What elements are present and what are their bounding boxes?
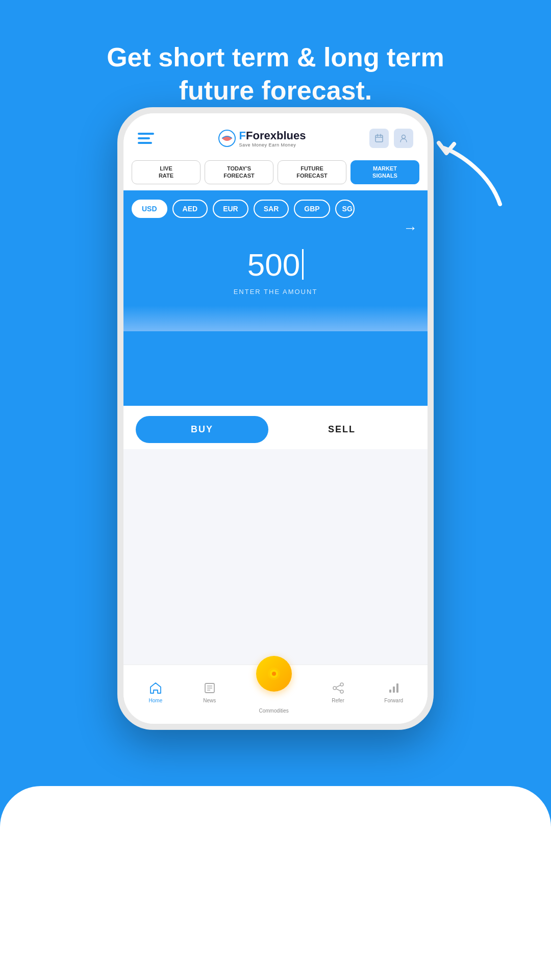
logo-tagline: Save Money Earn Money: [239, 142, 306, 148]
nav-commodities[interactable]: Commodities: [256, 656, 292, 699]
svg-rect-19: [393, 687, 395, 693]
nav-forward-label: Forward: [384, 698, 403, 703]
svg-point-5: [402, 135, 405, 139]
header-icons: [369, 129, 413, 148]
headline: Get short term & long term future foreca…: [0, 41, 551, 107]
logo: FForexblues Save Money Earn Money: [218, 129, 306, 148]
app-header: FForexblues Save Money Earn Money: [123, 113, 428, 156]
nav-news-label: News: [203, 698, 216, 703]
calendar-icon[interactable]: [369, 129, 389, 148]
currency-eur[interactable]: EUR: [213, 200, 248, 218]
nav-refer-label: Refer: [332, 698, 344, 703]
svg-rect-1: [375, 135, 383, 142]
nav-commodities-label: Commodities: [259, 708, 288, 714]
user-icon[interactable]: [394, 129, 413, 148]
tab-todays-forecast[interactable]: TODAY'SFORECAST: [205, 160, 273, 184]
logo-name: FForexblues: [239, 129, 306, 142]
content-area: [123, 449, 428, 665]
scroll-right-arrow[interactable]: →: [403, 220, 417, 236]
currency-sg[interactable]: SG: [335, 200, 355, 218]
currency-aed[interactable]: AED: [172, 200, 208, 218]
currency-gbp[interactable]: GBP: [294, 200, 330, 218]
bottom-nav: Home News: [123, 665, 428, 724]
svg-point-15: [340, 690, 343, 693]
amount-label: ENTER THE AMOUNT: [123, 288, 428, 306]
gradient-fade: [123, 306, 428, 331]
nav-refer[interactable]: Refer: [331, 680, 346, 703]
phone-mockup: FForexblues Save Money Earn Money: [117, 107, 434, 730]
tabs-row: LIVERATE TODAY'SFORECAST FUTUREFORECAST …: [123, 156, 428, 190]
amount-number: 500: [247, 247, 300, 283]
svg-rect-20: [396, 683, 398, 693]
cursor-line: [302, 249, 304, 280]
background-white: [0, 786, 551, 980]
svg-line-17: [336, 689, 340, 691]
svg-point-14: [333, 687, 336, 690]
svg-point-13: [340, 683, 343, 686]
nav-forward[interactable]: Forward: [384, 680, 403, 703]
headline-line1: Get short term & long term: [107, 42, 444, 72]
buy-sell-row: BUY SELL: [123, 406, 428, 449]
tab-market-signals[interactable]: MARKETSIGNALS: [350, 160, 419, 184]
amount-display: 500: [123, 236, 428, 288]
nav-home-label: Home: [149, 698, 163, 703]
svg-rect-18: [389, 690, 391, 693]
buy-button[interactable]: BUY: [136, 416, 268, 443]
currency-usd[interactable]: USD: [132, 200, 167, 218]
nav-news[interactable]: News: [202, 680, 217, 703]
nav-commodities-circle: [256, 656, 292, 692]
svg-point-12: [272, 672, 276, 676]
hamburger-menu[interactable]: [138, 133, 154, 144]
tab-live-rate[interactable]: LIVERATE: [132, 160, 201, 184]
tab-future-forecast[interactable]: FUTUREFORECAST: [278, 160, 346, 184]
headline-line2: future forecast.: [179, 76, 372, 105]
sell-button[interactable]: SELL: [268, 424, 415, 435]
currency-pills: USD AED EUR SAR GBP SG: [123, 190, 428, 224]
svg-line-16: [336, 685, 340, 688]
amount-value: 500: [134, 247, 417, 283]
currency-section: USD AED EUR SAR GBP SG → 500 ENTER THE A…: [123, 190, 428, 406]
logo-icon: [218, 129, 236, 148]
arrow-decoration: [429, 133, 520, 225]
currency-sar[interactable]: SAR: [254, 200, 289, 218]
nav-home[interactable]: Home: [148, 680, 163, 703]
